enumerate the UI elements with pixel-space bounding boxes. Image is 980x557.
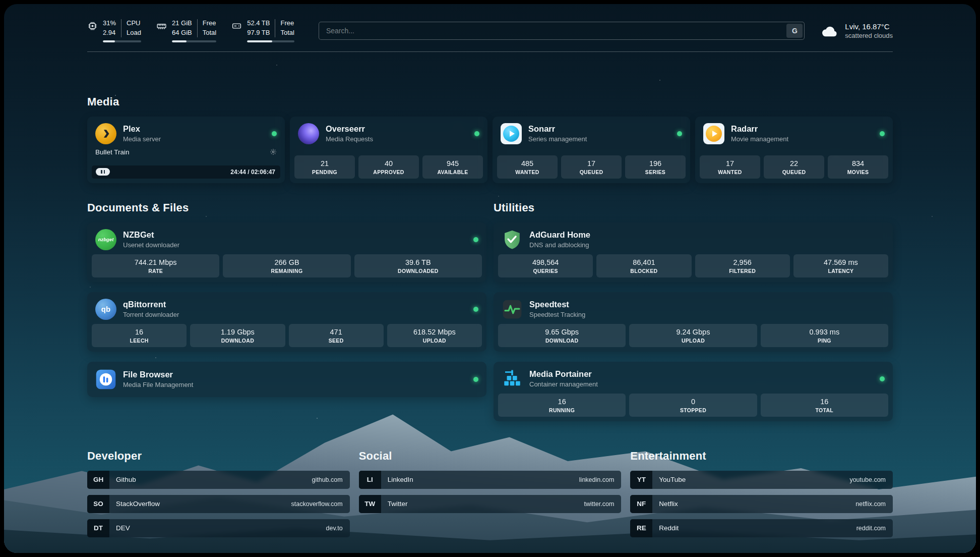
section-title-entertainment: Entertainment bbox=[630, 450, 893, 463]
status-indicator bbox=[880, 131, 885, 136]
bookmarks-section: Developer GH Github github.com SO StackO… bbox=[87, 450, 893, 543]
section-title-social: Social bbox=[359, 450, 622, 463]
plex-player-bar[interactable]: 24:44 / 02:06:47 bbox=[92, 165, 280, 179]
memory-total-label: Total bbox=[203, 29, 216, 37]
app-name: Radarr bbox=[731, 124, 788, 134]
nzbget-icon: nzbget bbox=[95, 229, 116, 250]
app-card-radarr[interactable]: Radarr Movie management 17 WANTED 22 QUE… bbox=[695, 117, 893, 183]
status-indicator bbox=[272, 131, 277, 136]
top-bar: 31% 2.94 CPU Load bbox=[87, 19, 893, 42]
link-github[interactable]: GH Github github.com bbox=[87, 471, 350, 489]
status-indicator bbox=[473, 237, 478, 242]
linkedin-badge: LI bbox=[359, 471, 381, 489]
app-name: Speedtest bbox=[529, 300, 585, 309]
app-subtitle: Usenet downloader bbox=[123, 241, 179, 249]
link-linkedin[interactable]: LI LinkedIn linkedin.com bbox=[359, 471, 622, 489]
filebrowser-icon bbox=[95, 369, 116, 390]
app-card-qbittorrent[interactable]: qb qBittorrent Torrent downloader 16 LEE… bbox=[87, 292, 486, 352]
stat-blocked: 86,401 BLOCKED bbox=[596, 254, 691, 277]
status-indicator bbox=[473, 377, 478, 382]
disk-monitor: 52.4 TB 97.9 TB Free Total bbox=[231, 19, 294, 42]
weather-widget: Lviv, 16.87°C scattered clouds bbox=[820, 22, 893, 39]
middle-columns: Documents & Files nzbget NZBGet Usenet d… bbox=[87, 201, 893, 421]
app-subtitle: DNS and adblocking bbox=[529, 241, 590, 249]
app-card-overseerr[interactable]: Overseerr Media Requests 21 PENDING 40 A… bbox=[290, 117, 487, 183]
app-card-portainer[interactable]: Media Portainer Container management 16 … bbox=[494, 362, 893, 421]
stat-filtered: 2,956 FILTERED bbox=[695, 254, 790, 277]
app-subtitle: Container management bbox=[529, 380, 598, 388]
stat-available: 945 AVAILABLE bbox=[422, 155, 483, 179]
stat-wanted: 485 WANTED bbox=[497, 155, 558, 179]
pause-icon[interactable] bbox=[96, 168, 110, 176]
link-stackoverflow[interactable]: SO StackOverflow stackoverflow.com bbox=[87, 495, 350, 513]
system-monitors: 31% 2.94 CPU Load bbox=[87, 19, 294, 42]
app-subtitle: Movie management bbox=[731, 135, 788, 143]
status-indicator bbox=[473, 307, 478, 312]
github-badge: GH bbox=[87, 471, 109, 489]
cpu-load-label: Load bbox=[127, 29, 141, 37]
app-card-plex[interactable]: Plex Media server Bullet Train bbox=[87, 117, 285, 183]
app-name: qBittorrent bbox=[123, 300, 179, 309]
app-card-sonarr[interactable]: Sonarr Series management 485 WANTED 17 Q… bbox=[493, 117, 690, 183]
bookmark-group-entertainment: Entertainment YT YouTube youtube.com NF … bbox=[630, 450, 893, 543]
app-subtitle: Torrent downloader bbox=[123, 311, 179, 318]
qbittorrent-icon: qb bbox=[95, 299, 116, 320]
background-stars bbox=[4, 4, 5, 5]
app-subtitle: Series management bbox=[528, 135, 587, 143]
app-name: Plex bbox=[123, 124, 161, 134]
stat-upload: 618.52 Mbps UPLOAD bbox=[387, 324, 482, 347]
stat-downloaded: 39.6 TB DOWNLOADED bbox=[354, 254, 482, 277]
sonarr-icon bbox=[501, 123, 522, 144]
stat-ping: 0.993 ms PING bbox=[761, 324, 888, 347]
search-input[interactable] bbox=[319, 22, 805, 40]
app-card-nzbget[interactable]: nzbget NZBGet Usenet downloader 744.21 M… bbox=[87, 222, 486, 282]
section-title-developer: Developer bbox=[87, 450, 350, 463]
stat-queued: 22 QUEUED bbox=[764, 155, 824, 179]
radarr-icon bbox=[703, 123, 724, 144]
disk-total-label: Total bbox=[280, 29, 294, 37]
status-indicator bbox=[880, 376, 885, 381]
link-dev[interactable]: DT DEV dev.to bbox=[87, 519, 350, 537]
cpu-progress-bar bbox=[103, 40, 141, 42]
link-youtube[interactable]: YT YouTube youtube.com bbox=[630, 471, 893, 489]
speedtest-icon bbox=[502, 299, 523, 320]
header-divider bbox=[87, 51, 893, 52]
disk-free-value: 52.4 TB bbox=[247, 19, 270, 27]
overseerr-icon bbox=[298, 123, 319, 144]
status-indicator bbox=[677, 131, 682, 136]
app-name: Media Portainer bbox=[529, 369, 598, 379]
netflix-badge: NF bbox=[630, 495, 652, 513]
bookmark-group-social: Social LI LinkedIn linkedin.com TW Twitt… bbox=[359, 450, 622, 543]
disk-icon bbox=[231, 21, 242, 42]
stat-pending: 21 PENDING bbox=[294, 155, 355, 179]
memory-free-label: Free bbox=[203, 19, 216, 27]
divider bbox=[121, 19, 121, 37]
link-twitter[interactable]: TW Twitter twitter.com bbox=[359, 495, 622, 513]
app-subtitle: Speedtest Tracking bbox=[529, 311, 585, 318]
app-card-speedtest[interactable]: Speedtest Speedtest Tracking 9.65 Gbps D… bbox=[494, 292, 893, 352]
twitter-badge: TW bbox=[359, 495, 381, 513]
memory-monitor: 21 GiB 64 GiB Free Total bbox=[156, 19, 216, 42]
app-name: AdGuard Home bbox=[529, 230, 590, 240]
stat-movies: 834 MOVIES bbox=[828, 155, 888, 179]
stat-stopped: 0 STOPPED bbox=[629, 394, 757, 417]
memory-progress-bar bbox=[172, 40, 216, 42]
search-engine-button[interactable]: G bbox=[786, 24, 803, 38]
adguard-icon bbox=[502, 229, 523, 250]
section-title-utilities: Utilities bbox=[494, 201, 893, 214]
youtube-badge: YT bbox=[630, 471, 652, 489]
settings-gear-icon[interactable] bbox=[270, 148, 277, 155]
stat-approved: 40 APPROVED bbox=[358, 155, 419, 179]
app-name: File Browser bbox=[123, 370, 193, 379]
app-card-adguard[interactable]: AdGuard Home DNS and adblocking 498,564 … bbox=[494, 222, 893, 282]
link-reddit[interactable]: RE Reddit reddit.com bbox=[630, 519, 893, 537]
bookmark-group-developer: Developer GH Github github.com SO StackO… bbox=[87, 450, 350, 543]
stackoverflow-badge: SO bbox=[87, 495, 109, 513]
cpu-icon bbox=[87, 21, 98, 42]
stat-queries: 498,564 QUERIES bbox=[498, 254, 593, 277]
link-netflix[interactable]: NF Netflix netflix.com bbox=[630, 495, 893, 513]
plex-icon bbox=[95, 123, 116, 144]
media-grid: Plex Media server Bullet Train bbox=[87, 117, 893, 183]
cloud-icon bbox=[820, 23, 839, 38]
app-card-filebrowser[interactable]: File Browser Media File Management bbox=[87, 362, 486, 397]
